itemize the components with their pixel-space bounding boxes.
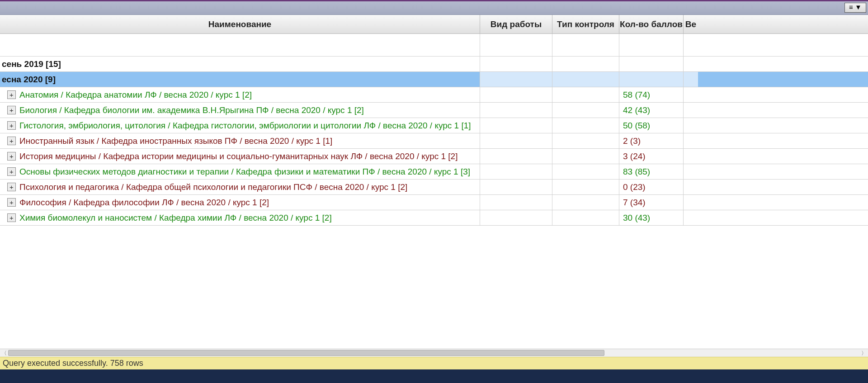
expand-icon[interactable]: + (7, 183, 16, 191)
cell-control (552, 195, 619, 210)
cell-control (552, 180, 619, 194)
subject-link[interactable]: Гистология, эмбриология, цитология / Каф… (19, 121, 471, 131)
subject-name-cell: +История медицины / Кафедра истории меди… (0, 149, 480, 164)
cell-work (480, 195, 552, 210)
expand-icon[interactable]: + (7, 198, 16, 207)
app-window: ≡ ▼ Наименование Вид работы Тип контроля… (0, 0, 868, 383)
subject-link[interactable]: Философия / Кафедра философии ЛФ / весна… (19, 198, 269, 208)
cell-control (552, 164, 619, 179)
footer-bar (0, 369, 868, 383)
subject-row[interactable]: +Химия биомолекул и наносистем / Кафедра… (0, 210, 868, 226)
grid-header: Наименование Вид работы Тип контроля Кол… (0, 15, 868, 34)
cell-score: 0 (23) (619, 180, 684, 194)
cell-score: 50 (58) (619, 118, 684, 133)
subject-link[interactable]: Анатомия / Кафедра анатомии ЛФ / весна 2… (19, 90, 252, 100)
cell-work (480, 210, 552, 225)
cell-work (480, 72, 552, 87)
subject-link[interactable]: Основы физических методов диагностики и … (19, 167, 470, 177)
scroll-thumb[interactable] (8, 350, 604, 356)
scroll-right-icon[interactable]: 〉 (860, 349, 868, 357)
subject-name-cell: +Иностранный язык / Кафедра иностранных … (0, 133, 480, 148)
subject-link[interactable]: Биология / Кафедра биологии им. академик… (19, 105, 364, 115)
cell-work (480, 133, 552, 148)
cell-weight (684, 195, 698, 210)
group-name-cell[interactable]: есна 2020 [9] (0, 72, 480, 87)
expand-icon[interactable]: + (7, 213, 16, 222)
subject-row[interactable]: +Анатомия / Кафедра анатомии ЛФ / весна … (0, 87, 868, 103)
subject-link[interactable]: Психология и педагогика / Кафедра общей … (19, 182, 407, 192)
cell-weight (684, 57, 698, 71)
status-text: Query executed successfully. 758 rows (3, 359, 143, 368)
subject-name-cell: +Анатомия / Кафедра анатомии ЛФ / весна … (0, 87, 480, 102)
subject-link[interactable]: Иностранный язык / Кафедра иностранных я… (19, 136, 332, 146)
cell-score (619, 72, 684, 87)
subject-row[interactable]: +Биология / Кафедра биологии им. академи… (0, 103, 868, 118)
subject-row[interactable]: +Психология и педагогика / Кафедра общей… (0, 180, 868, 195)
col-header-name[interactable]: Наименование (0, 15, 480, 33)
cell-weight (684, 72, 698, 87)
subject-name-cell: +Основы физических методов диагностики и… (0, 164, 480, 179)
subject-name-cell: +Химия биомолекул и наносистем / Кафедра… (0, 210, 480, 225)
cell-weight (684, 87, 698, 102)
col-header-weight[interactable]: Ве (684, 15, 698, 33)
col-header-work[interactable]: Вид работы (480, 15, 552, 33)
group-row[interactable]: есна 2020 [9] (0, 72, 868, 87)
expand-icon[interactable]: + (7, 90, 16, 99)
subject-row[interactable]: +История медицины / Кафедра истории меди… (0, 149, 868, 164)
cell-control (552, 72, 619, 87)
subject-row[interactable]: +Иностранный язык / Кафедра иностранных … (0, 133, 868, 149)
group-row[interactable]: сень 2019 [15] (0, 57, 868, 72)
cell-weight (684, 180, 698, 194)
cell-weight (684, 118, 698, 133)
expand-icon[interactable]: + (7, 152, 16, 161)
subject-name-cell: +Психология и педагогика / Кафедра общей… (0, 180, 480, 194)
group-label: сень 2019 [15] (2, 59, 61, 69)
cell-weight (684, 164, 698, 179)
cell-score: 30 (43) (619, 210, 684, 225)
cell-control (552, 57, 619, 71)
subject-link[interactable]: Химия биомолекул и наносистем / Кафедра … (19, 213, 332, 223)
cell-score: 3 (24) (619, 149, 684, 164)
expand-icon[interactable]: + (7, 106, 16, 114)
filter-name[interactable] (0, 34, 480, 56)
subject-row[interactable]: +Основы физических методов диагностики и… (0, 164, 868, 180)
cell-score (619, 57, 684, 71)
subject-name-cell: +Гистология, эмбриология, цитология / Ка… (0, 118, 480, 133)
cell-work (480, 164, 552, 179)
cell-weight (684, 103, 698, 118)
subject-link[interactable]: История медицины / Кафедра истории медиц… (19, 151, 458, 161)
grid-body: сень 2019 [15]есна 2020 [9]+Анатомия / К… (0, 57, 868, 349)
scroll-track[interactable] (8, 349, 860, 357)
group-label: есна 2020 [9] (2, 75, 56, 85)
cell-work (480, 103, 552, 118)
horizontal-scrollbar[interactable]: 〈 〉 (0, 349, 868, 357)
menu-button[interactable]: ≡ ▼ (844, 3, 866, 13)
cell-weight (684, 133, 698, 148)
cell-control (552, 118, 619, 133)
col-header-score[interactable]: Кол-во баллов (619, 15, 684, 33)
cell-work (480, 118, 552, 133)
expand-icon[interactable]: + (7, 137, 16, 145)
cell-control (552, 149, 619, 164)
scroll-left-icon[interactable]: 〈 (0, 349, 8, 357)
filter-work[interactable] (480, 34, 552, 56)
col-header-control[interactable]: Тип контроля (552, 15, 619, 33)
expand-icon[interactable]: + (7, 167, 16, 176)
cell-score: 7 (34) (619, 195, 684, 210)
cell-control (552, 103, 619, 118)
cell-work (480, 180, 552, 194)
cell-weight (684, 149, 698, 164)
expand-icon[interactable]: + (7, 121, 16, 130)
cell-control (552, 210, 619, 225)
filter-score[interactable] (619, 34, 684, 56)
status-bar: Query executed successfully. 758 rows (0, 357, 868, 369)
filter-row (0, 34, 868, 57)
cell-control (552, 87, 619, 102)
cell-weight (684, 210, 698, 225)
subject-row[interactable]: +Гистология, эмбриология, цитология / Ка… (0, 118, 868, 133)
subject-row[interactable]: +Философия / Кафедра философии ЛФ / весн… (0, 195, 868, 210)
group-name-cell[interactable]: сень 2019 [15] (0, 57, 480, 71)
cell-work (480, 149, 552, 164)
filter-weight[interactable] (684, 34, 698, 56)
filter-control[interactable] (552, 34, 619, 56)
